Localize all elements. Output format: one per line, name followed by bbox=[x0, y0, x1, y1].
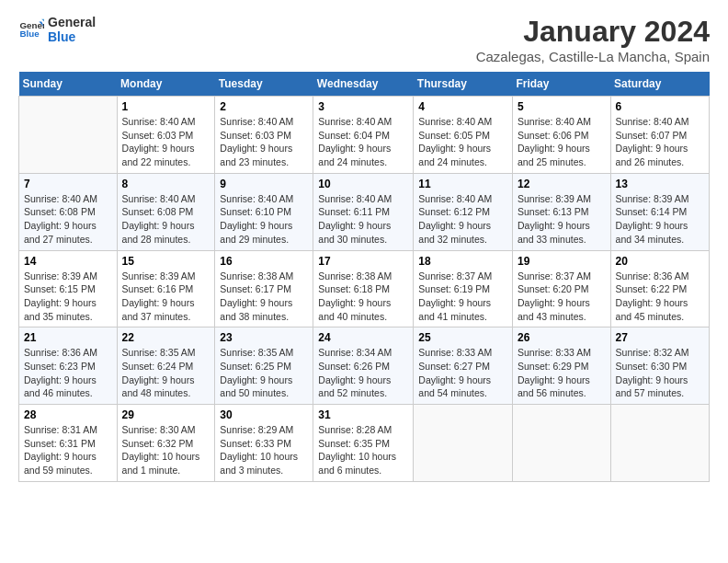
day-info: Sunrise: 8:36 AMSunset: 6:23 PMDaylight:… bbox=[24, 346, 112, 400]
table-row: 15Sunrise: 8:39 AMSunset: 6:16 PMDayligh… bbox=[117, 250, 215, 327]
day-number: 25 bbox=[418, 331, 507, 344]
table-row: 25Sunrise: 8:33 AMSunset: 6:27 PMDayligh… bbox=[414, 327, 513, 405]
day-number: 14 bbox=[24, 255, 112, 268]
day-number: 10 bbox=[318, 178, 408, 190]
table-row: 24Sunrise: 8:34 AMSunset: 6:26 PMDayligh… bbox=[313, 327, 414, 405]
day-info: Sunrise: 8:40 AMSunset: 6:12 PMDaylight:… bbox=[418, 192, 507, 247]
day-info: Sunrise: 8:40 AMSunset: 6:07 PMDaylight:… bbox=[616, 115, 704, 169]
table-row: 31Sunrise: 8:28 AMSunset: 6:35 PMDayligh… bbox=[313, 405, 414, 482]
table-row: 6Sunrise: 8:40 AMSunset: 6:07 PMDaylight… bbox=[610, 97, 709, 174]
day-number: 18 bbox=[418, 255, 507, 268]
logo-icon: General Blue bbox=[18, 17, 44, 42]
table-row: 10Sunrise: 8:40 AMSunset: 6:11 PMDayligh… bbox=[313, 173, 414, 250]
day-number: 26 bbox=[518, 331, 606, 344]
table-row: 17Sunrise: 8:38 AMSunset: 6:18 PMDayligh… bbox=[313, 250, 414, 327]
table-row: 29Sunrise: 8:30 AMSunset: 6:32 PMDayligh… bbox=[117, 405, 215, 482]
table-row: 28Sunrise: 8:31 AMSunset: 6:31 PMDayligh… bbox=[19, 405, 118, 482]
day-info: Sunrise: 8:39 AMSunset: 6:15 PMDaylight:… bbox=[24, 270, 112, 324]
day-number: 17 bbox=[318, 255, 408, 268]
table-row: 5Sunrise: 8:40 AMSunset: 6:06 PMDaylight… bbox=[512, 97, 610, 174]
location-title: Cazalegas, Castille-La Mancha, Spain bbox=[476, 49, 710, 64]
day-info: Sunrise: 8:40 AMSunset: 6:04 PMDaylight:… bbox=[318, 115, 408, 169]
day-number: 8 bbox=[122, 178, 210, 190]
day-info: Sunrise: 8:40 AMSunset: 6:08 PMDaylight:… bbox=[24, 192, 112, 247]
table-row: 8Sunrise: 8:40 AMSunset: 6:08 PMDaylight… bbox=[117, 173, 215, 250]
day-number: 2 bbox=[220, 100, 308, 113]
day-number: 27 bbox=[616, 331, 704, 344]
day-number: 22 bbox=[122, 331, 210, 344]
day-info: Sunrise: 8:29 AMSunset: 6:33 PMDaylight:… bbox=[220, 423, 308, 477]
table-row: 4Sunrise: 8:40 AMSunset: 6:05 PMDaylight… bbox=[414, 97, 513, 174]
day-info: Sunrise: 8:40 AMSunset: 6:05 PMDaylight:… bbox=[418, 115, 507, 169]
table-row: 30Sunrise: 8:29 AMSunset: 6:33 PMDayligh… bbox=[215, 405, 313, 482]
day-info: Sunrise: 8:35 AMSunset: 6:24 PMDaylight:… bbox=[122, 346, 210, 400]
table-row: 26Sunrise: 8:33 AMSunset: 6:29 PMDayligh… bbox=[512, 327, 610, 405]
table-row: 23Sunrise: 8:35 AMSunset: 6:25 PMDayligh… bbox=[215, 327, 313, 405]
day-info: Sunrise: 8:40 AMSunset: 6:10 PMDaylight:… bbox=[220, 192, 308, 247]
table-row: 7Sunrise: 8:40 AMSunset: 6:08 PMDaylight… bbox=[19, 173, 118, 250]
calendar-week-row: 28Sunrise: 8:31 AMSunset: 6:31 PMDayligh… bbox=[19, 405, 710, 482]
day-info: Sunrise: 8:30 AMSunset: 6:32 PMDaylight:… bbox=[122, 423, 210, 477]
logo-blue-text: Blue bbox=[48, 29, 96, 44]
table-row: 12Sunrise: 8:39 AMSunset: 6:13 PMDayligh… bbox=[512, 173, 610, 250]
day-number: 24 bbox=[318, 331, 408, 344]
day-number: 15 bbox=[122, 255, 210, 268]
table-row: 18Sunrise: 8:37 AMSunset: 6:19 PMDayligh… bbox=[414, 250, 513, 327]
calendar-week-row: 7Sunrise: 8:40 AMSunset: 6:08 PMDaylight… bbox=[19, 173, 710, 250]
day-info: Sunrise: 8:38 AMSunset: 6:18 PMDaylight:… bbox=[318, 270, 408, 324]
day-number: 31 bbox=[318, 408, 408, 421]
day-info: Sunrise: 8:35 AMSunset: 6:25 PMDaylight:… bbox=[220, 346, 308, 400]
day-info: Sunrise: 8:40 AMSunset: 6:08 PMDaylight:… bbox=[122, 192, 210, 247]
day-number: 21 bbox=[24, 331, 112, 344]
table-row: 19Sunrise: 8:37 AMSunset: 6:20 PMDayligh… bbox=[512, 250, 610, 327]
day-info: Sunrise: 8:31 AMSunset: 6:31 PMDaylight:… bbox=[24, 423, 112, 477]
day-info: Sunrise: 8:32 AMSunset: 6:30 PMDaylight:… bbox=[616, 346, 704, 400]
day-number: 5 bbox=[518, 100, 606, 113]
day-info: Sunrise: 8:39 AMSunset: 6:16 PMDaylight:… bbox=[122, 270, 210, 324]
day-number: 11 bbox=[418, 178, 507, 190]
logo: General Blue General Blue bbox=[18, 15, 96, 44]
header-thursday: Thursday bbox=[414, 72, 513, 97]
day-number: 30 bbox=[220, 408, 308, 421]
calendar-week-row: 1Sunrise: 8:40 AMSunset: 6:03 PMDaylight… bbox=[19, 97, 710, 174]
day-info: Sunrise: 8:28 AMSunset: 6:35 PMDaylight:… bbox=[318, 423, 408, 477]
table-row: 14Sunrise: 8:39 AMSunset: 6:15 PMDayligh… bbox=[19, 250, 118, 327]
day-info: Sunrise: 8:40 AMSunset: 6:11 PMDaylight:… bbox=[318, 192, 408, 247]
day-info: Sunrise: 8:33 AMSunset: 6:29 PMDaylight:… bbox=[518, 346, 606, 400]
table-row bbox=[512, 405, 610, 482]
header-saturday: Saturday bbox=[610, 72, 709, 97]
day-info: Sunrise: 8:33 AMSunset: 6:27 PMDaylight:… bbox=[418, 346, 507, 400]
day-number: 7 bbox=[24, 178, 112, 190]
day-info: Sunrise: 8:37 AMSunset: 6:19 PMDaylight:… bbox=[418, 270, 507, 324]
calendar-table: Sunday Monday Tuesday Wednesday Thursday… bbox=[18, 72, 710, 482]
calendar-week-row: 21Sunrise: 8:36 AMSunset: 6:23 PMDayligh… bbox=[19, 327, 710, 405]
day-info: Sunrise: 8:34 AMSunset: 6:26 PMDaylight:… bbox=[318, 346, 408, 400]
day-number: 12 bbox=[518, 178, 606, 190]
day-number: 23 bbox=[220, 331, 308, 344]
table-row bbox=[414, 405, 513, 482]
logo-general-text: General bbox=[48, 15, 96, 29]
day-info: Sunrise: 8:39 AMSunset: 6:14 PMDaylight:… bbox=[616, 192, 704, 247]
header: General Blue General Blue January 2024 C… bbox=[18, 15, 710, 64]
day-info: Sunrise: 8:40 AMSunset: 6:03 PMDaylight:… bbox=[220, 115, 308, 169]
day-number: 9 bbox=[220, 178, 308, 190]
day-number: 1 bbox=[122, 100, 210, 113]
day-info: Sunrise: 8:40 AMSunset: 6:06 PMDaylight:… bbox=[518, 115, 606, 169]
table-row: 9Sunrise: 8:40 AMSunset: 6:10 PMDaylight… bbox=[215, 173, 313, 250]
header-wednesday: Wednesday bbox=[313, 72, 414, 97]
title-block: January 2024 Cazalegas, Castille-La Manc… bbox=[476, 15, 710, 64]
day-number: 28 bbox=[24, 408, 112, 421]
day-number: 16 bbox=[220, 255, 308, 268]
table-row bbox=[19, 97, 118, 174]
day-info: Sunrise: 8:40 AMSunset: 6:03 PMDaylight:… bbox=[122, 115, 210, 169]
day-info: Sunrise: 8:36 AMSunset: 6:22 PMDaylight:… bbox=[616, 270, 704, 324]
header-friday: Friday bbox=[512, 72, 610, 97]
day-info: Sunrise: 8:37 AMSunset: 6:20 PMDaylight:… bbox=[518, 270, 606, 324]
header-monday: Monday bbox=[117, 72, 215, 97]
table-row: 22Sunrise: 8:35 AMSunset: 6:24 PMDayligh… bbox=[117, 327, 215, 405]
day-number: 20 bbox=[616, 255, 704, 268]
day-number: 6 bbox=[616, 100, 704, 113]
table-row: 13Sunrise: 8:39 AMSunset: 6:14 PMDayligh… bbox=[610, 173, 709, 250]
calendar-week-row: 14Sunrise: 8:39 AMSunset: 6:15 PMDayligh… bbox=[19, 250, 710, 327]
table-row bbox=[610, 405, 709, 482]
